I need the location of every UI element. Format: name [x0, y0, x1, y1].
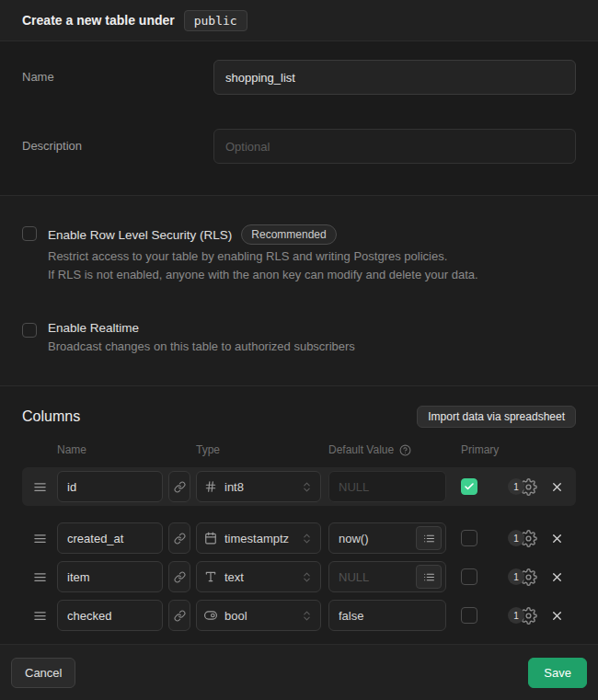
- column-name-input[interactable]: [57, 561, 163, 592]
- text-icon: [204, 570, 217, 583]
- realtime-block: Enable Realtime Broadcast changes on thi…: [22, 321, 576, 356]
- realtime-description: Broadcast changes on this table to autho…: [48, 338, 576, 356]
- create-table-panel: Create a new table under public Name Des…: [0, 0, 598, 700]
- primary-key-checkbox[interactable]: [461, 478, 477, 495]
- drag-handle-icon[interactable]: [22, 609, 57, 623]
- cancel-button[interactable]: Cancel: [11, 658, 75, 688]
- table-details-section: Name Description: [0, 41, 598, 195]
- help-circle-icon[interactable]: [399, 444, 411, 456]
- column-row-checked: bool1: [22, 599, 576, 632]
- primary-key-checkbox[interactable]: [461, 568, 477, 585]
- recommended-badge: Recommended: [241, 224, 336, 245]
- remove-column-icon[interactable]: [549, 608, 564, 623]
- security-section: Enable Row Level Security (RLS) Recommen…: [0, 195, 598, 386]
- drag-handle-icon[interactable]: [22, 480, 57, 494]
- column-headers: Name Type Default Value Primary: [22, 443, 576, 456]
- default-value-wrap: [328, 561, 446, 592]
- hash-icon: [204, 480, 217, 493]
- foreign-key-link-icon[interactable]: [168, 561, 190, 592]
- name-label: Name: [22, 60, 213, 84]
- rls-description-line1: Restrict access to your table by enablin…: [48, 247, 576, 266]
- default-suggestions-icon[interactable]: [416, 526, 442, 550]
- column-name-input[interactable]: [57, 522, 163, 554]
- default-value-wrap: [328, 522, 446, 554]
- column-name-input[interactable]: [57, 471, 163, 502]
- table-name-input[interactable]: [213, 60, 576, 95]
- column-type-select[interactable]: timestamptz: [196, 522, 321, 554]
- foreign-key-link-icon[interactable]: [168, 522, 190, 554]
- column-row-created_at: timestamptz1: [22, 522, 576, 555]
- default-value-input: [339, 480, 442, 494]
- remove-column-icon[interactable]: [549, 479, 564, 494]
- rls-title: Enable Row Level Security (RLS): [48, 228, 232, 242]
- column-type-select[interactable]: text: [196, 561, 321, 592]
- column-type-label: bool: [224, 609, 301, 623]
- settings-count-badge: 1: [508, 607, 524, 624]
- import-spreadsheet-button[interactable]: Import data via spreadsheet: [417, 406, 576, 428]
- column-settings-button[interactable]: 1: [508, 568, 537, 586]
- columns-section: Columns Import data via spreadsheet Name…: [0, 386, 598, 644]
- column-name-input[interactable]: [57, 600, 163, 631]
- panel-title: Create a new table under: [22, 13, 175, 28]
- chevrons-up-down-icon: [301, 571, 313, 583]
- column-settings-button[interactable]: 1: [508, 478, 537, 496]
- settings-count-badge: 1: [508, 568, 524, 585]
- header-name: Name: [57, 443, 196, 456]
- header-primary: Primary: [461, 443, 507, 456]
- calendar-icon: [204, 532, 217, 545]
- settings-count-badge: 1: [508, 530, 524, 546]
- default-value-input[interactable]: [339, 532, 416, 545]
- description-field-row: Description: [22, 129, 576, 164]
- realtime-title: Enable Realtime: [48, 321, 139, 335]
- column-settings-button[interactable]: 1: [508, 607, 537, 625]
- column-row-id: int81: [22, 467, 576, 506]
- primary-key-checkbox[interactable]: [461, 607, 477, 624]
- toggle-icon: [204, 609, 217, 622]
- default-value-input[interactable]: [339, 609, 442, 623]
- save-button[interactable]: Save: [528, 658, 587, 688]
- default-value-input[interactable]: [339, 570, 416, 584]
- default-value-wrap: [328, 471, 446, 502]
- rls-checkbox[interactable]: [22, 226, 37, 241]
- settings-count-badge: 1: [508, 478, 524, 495]
- schema-badge: public: [184, 10, 247, 31]
- column-type-label: text: [224, 570, 301, 584]
- column-row-item: text1: [22, 560, 576, 593]
- chevrons-up-down-icon: [301, 610, 313, 622]
- chevrons-up-down-icon: [301, 533, 313, 545]
- column-type-label: int8: [224, 480, 301, 494]
- panel-footer: Cancel Save: [0, 644, 598, 700]
- rls-block: Enable Row Level Security (RLS) Recommen…: [22, 224, 576, 284]
- remove-column-icon[interactable]: [549, 531, 564, 545]
- rls-description-line2: If RLS is not enabled, anyone with the a…: [48, 266, 576, 284]
- drag-handle-icon[interactable]: [22, 570, 57, 584]
- column-settings-button[interactable]: 1: [508, 530, 537, 547]
- name-field-row: Name: [22, 60, 576, 95]
- description-label: Description: [22, 129, 213, 153]
- column-rows: int81timestamptz1text1bool1: [22, 467, 576, 632]
- foreign-key-link-icon[interactable]: [168, 471, 190, 502]
- remove-column-icon[interactable]: [549, 569, 564, 584]
- header-default-value: Default Value: [328, 443, 394, 456]
- table-description-input[interactable]: [213, 129, 576, 164]
- column-type-label: timestamptz: [224, 532, 301, 545]
- columns-title: Columns: [22, 408, 80, 425]
- header-type: Type: [196, 443, 328, 456]
- primary-key-checkbox[interactable]: [461, 530, 477, 546]
- chevrons-up-down-icon: [301, 481, 313, 493]
- realtime-checkbox[interactable]: [22, 323, 37, 338]
- panel-header: Create a new table under public: [0, 0, 598, 41]
- foreign-key-link-icon[interactable]: [168, 600, 190, 631]
- default-value-wrap: [328, 600, 446, 631]
- column-type-select[interactable]: bool: [196, 600, 321, 631]
- drag-handle-icon[interactable]: [22, 532, 57, 545]
- column-type-select[interactable]: int8: [196, 471, 321, 502]
- default-suggestions-icon[interactable]: [416, 565, 442, 589]
